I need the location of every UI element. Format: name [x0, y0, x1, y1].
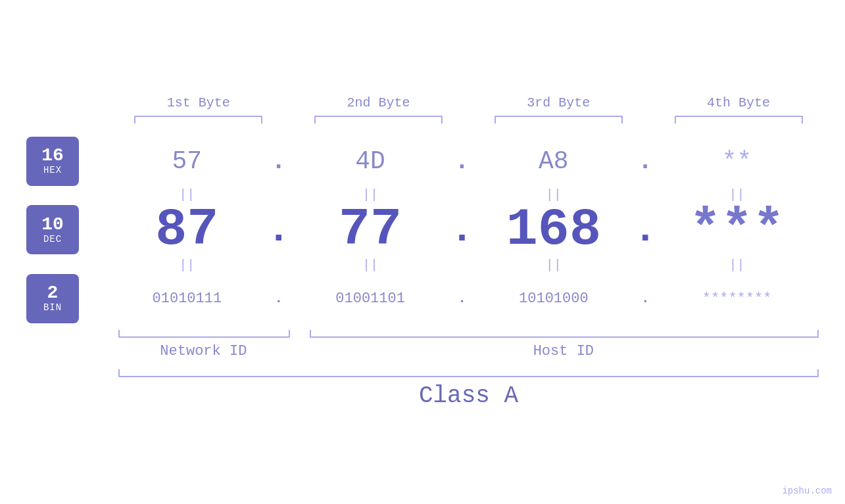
dec-dot-3: . — [635, 208, 655, 252]
hex-val-1: 57 — [172, 147, 203, 175]
host-id-label: Host ID — [308, 343, 819, 359]
dec-val-1: 87 — [155, 200, 218, 260]
class-bracket — [118, 369, 819, 377]
bracket-byte4 — [675, 116, 803, 124]
network-id-label: Network ID — [118, 343, 289, 359]
hex-badge-label: HEX — [43, 165, 62, 175]
bin-badge: 2 BIN — [26, 274, 79, 323]
bin-val-3: 10101000 — [519, 290, 589, 307]
byte-label-1: 1st Byte — [118, 95, 279, 110]
hex-badge-num: 16 — [41, 147, 64, 165]
bin-val-2: 01001101 — [335, 290, 405, 307]
dec-badge: 10 DEC — [26, 205, 79, 254]
eq2-2: || — [289, 258, 452, 273]
bracket-byte1 — [134, 116, 262, 124]
eq2-4: || — [655, 258, 819, 273]
byte-label-3: 3rd Byte — [479, 95, 639, 110]
bin-dot-1: . — [269, 290, 289, 307]
bin-dot-3: . — [635, 290, 655, 307]
hex-badge: 16 HEX — [26, 137, 79, 186]
hex-dot-3: . — [635, 147, 655, 175]
dec-val-4: *** — [690, 200, 785, 260]
bin-badge-label: BIN — [43, 302, 62, 313]
dec-val-2: 77 — [339, 200, 402, 260]
bin-val-4: ******** — [702, 290, 772, 307]
hex-val-4: ** — [722, 147, 752, 175]
byte-label-2: 2nd Byte — [299, 95, 459, 110]
dec-badge-label: DEC — [43, 234, 62, 244]
class-label: Class A — [118, 382, 819, 409]
bin-val-1: 01010111 — [153, 290, 222, 307]
bin-dot-2: . — [452, 290, 472, 307]
hex-val-2: 4D — [355, 147, 385, 175]
dec-val-3: 168 — [506, 200, 601, 260]
hex-dot-2: . — [452, 147, 472, 175]
hex-dot-1: . — [269, 147, 289, 175]
bracket-byte3 — [495, 116, 623, 124]
bracket-byte2 — [314, 116, 443, 124]
byte-label-4: 4th Byte — [658, 95, 819, 110]
host-bottom-bracket — [310, 330, 819, 338]
dec-dot-1: . — [269, 208, 289, 252]
bin-badge-num: 2 — [47, 284, 59, 302]
dec-badge-num: 10 — [41, 216, 64, 234]
dec-dot-2: . — [452, 208, 472, 252]
eq2-3: || — [472, 258, 636, 273]
network-bottom-bracket — [118, 330, 290, 338]
hex-val-3: A8 — [539, 147, 569, 175]
eq2-1: || — [105, 258, 269, 273]
watermark: ipshu.com — [782, 486, 832, 496]
